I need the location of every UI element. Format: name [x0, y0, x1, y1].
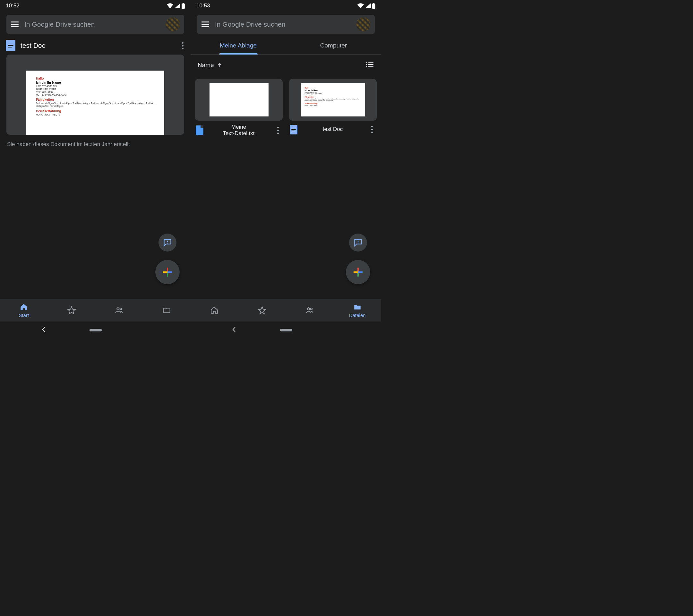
svg-rect-0 — [182, 3, 185, 9]
search-placeholder: In Google Drive suchen — [215, 21, 350, 28]
svg-point-18 — [311, 308, 313, 310]
svg-point-5 — [120, 308, 122, 310]
status-bar: 10:52 — [0, 0, 191, 12]
wifi-icon — [357, 3, 364, 8]
nav-starred[interactable] — [238, 299, 286, 321]
more-icon[interactable] — [368, 124, 376, 135]
nav-shared[interactable] — [95, 299, 143, 321]
clock: 10:52 — [6, 3, 20, 9]
svg-rect-1 — [182, 3, 184, 4]
docs-icon — [6, 40, 15, 51]
top-tabs: Meine Ablage Computer — [191, 37, 381, 55]
sort-label: Name — [198, 62, 214, 69]
clock: 10:53 — [196, 3, 210, 9]
plus-icon — [354, 267, 362, 277]
signal-icon — [175, 3, 180, 8]
back-button[interactable] — [41, 326, 46, 334]
svg-rect-19 — [336, 327, 340, 332]
recents-spacer — [335, 327, 340, 333]
suggestion-title: test Doc — [21, 42, 174, 49]
avatar[interactable] — [356, 17, 370, 32]
tab-computer[interactable]: Computer — [286, 37, 381, 54]
feedback-fab[interactable] — [158, 234, 176, 252]
home-pill[interactable] — [280, 329, 292, 332]
bottom-nav: Start — [0, 299, 191, 321]
nav-start[interactable] — [191, 299, 238, 321]
file-thumb — [195, 79, 283, 121]
recents-spacer — [145, 327, 150, 333]
suggestion-header: test Doc — [0, 37, 191, 55]
avatar[interactable] — [165, 17, 180, 32]
svg-rect-8 — [373, 3, 374, 4]
status-icons — [167, 3, 185, 9]
home-icon — [20, 303, 28, 311]
folder-icon — [163, 306, 171, 314]
signal-icon — [365, 3, 371, 8]
fab-group — [346, 234, 370, 284]
nav-files-label: Dateien — [349, 313, 366, 318]
battery-icon — [372, 3, 375, 9]
back-button[interactable] — [231, 326, 237, 334]
docs-icon — [290, 125, 297, 135]
menu-icon[interactable] — [11, 21, 19, 27]
file-icon — [196, 125, 203, 135]
nav-shared[interactable] — [286, 299, 334, 321]
sort-row: Name — [191, 55, 381, 73]
phone-right: 10:53 In Google Drive suchen Meine Ablag… — [191, 0, 381, 339]
menu-icon[interactable] — [201, 21, 209, 27]
add-fab[interactable] — [155, 260, 180, 284]
system-nav — [191, 321, 381, 339]
people-icon — [115, 306, 123, 314]
svg-rect-6 — [145, 327, 149, 332]
folder-icon — [353, 303, 361, 311]
more-icon[interactable] — [179, 40, 187, 51]
suggestion-meta: Sie haben dieses Dokument im letzten Jah… — [0, 138, 191, 151]
people-icon — [305, 306, 314, 314]
nav-start[interactable]: Start — [0, 299, 48, 321]
svg-rect-13 — [366, 64, 367, 65]
doc-preview: Hallo Ich bin Ihr Name IHRE STRASSE 123 … — [26, 71, 164, 135]
file-name: Meine Text-Datei.txt — [206, 124, 271, 137]
doc-preview: Hallo Ich bin Ihr Name IHRE STRASSE 123 … — [301, 83, 365, 117]
view-list-icon[interactable] — [366, 60, 374, 70]
search-bar[interactable]: In Google Drive suchen — [197, 15, 375, 34]
file-grid: Meine Text-Datei.txt Hallo Ich bin Ihr N… — [191, 73, 381, 143]
battery-icon — [182, 3, 185, 9]
sort-button[interactable]: Name — [198, 62, 222, 69]
home-icon — [210, 306, 218, 314]
wifi-icon — [167, 3, 173, 8]
search-placeholder: In Google Drive suchen — [24, 21, 160, 28]
svg-point-17 — [308, 308, 310, 310]
suggestion-preview[interactable]: Hallo Ich bin Ihr Name IHRE STRASSE 123 … — [6, 55, 184, 135]
phone-left: 10:52 In Google Drive suchen test Doc Ha… — [0, 0, 191, 339]
svg-rect-7 — [372, 3, 375, 9]
star-icon — [258, 306, 266, 314]
svg-point-3 — [167, 243, 168, 243]
file-text[interactable]: Meine Text-Datei.txt — [195, 79, 283, 137]
svg-point-16 — [358, 243, 358, 243]
more-icon[interactable] — [274, 125, 282, 136]
svg-rect-12 — [366, 62, 367, 63]
svg-point-4 — [117, 308, 119, 310]
file-thumb: Hallo Ich bin Ihr Name IHRE STRASSE 123 … — [289, 79, 377, 121]
feedback-fab[interactable] — [349, 234, 367, 252]
file-name: test Doc — [301, 126, 365, 133]
nav-starred[interactable] — [48, 299, 96, 321]
plus-icon — [163, 267, 172, 277]
search-bar[interactable]: In Google Drive suchen — [6, 15, 184, 34]
file-doc[interactable]: Hallo Ich bin Ihr Name IHRE STRASSE 123 … — [289, 79, 377, 137]
fab-group — [155, 234, 180, 284]
system-nav — [0, 321, 191, 339]
status-icons — [357, 3, 375, 9]
add-fab[interactable] — [346, 260, 370, 284]
arrow-up-icon — [217, 63, 222, 68]
bottom-nav: Dateien — [191, 299, 381, 321]
star-icon — [67, 306, 76, 314]
svg-rect-14 — [366, 66, 367, 67]
tab-my-drive[interactable]: Meine Ablage — [191, 37, 286, 54]
home-pill[interactable] — [90, 329, 102, 332]
nav-start-label: Start — [19, 313, 29, 318]
nav-files[interactable] — [143, 299, 191, 321]
nav-files[interactable]: Dateien — [334, 299, 381, 321]
status-bar: 10:53 — [191, 0, 381, 12]
